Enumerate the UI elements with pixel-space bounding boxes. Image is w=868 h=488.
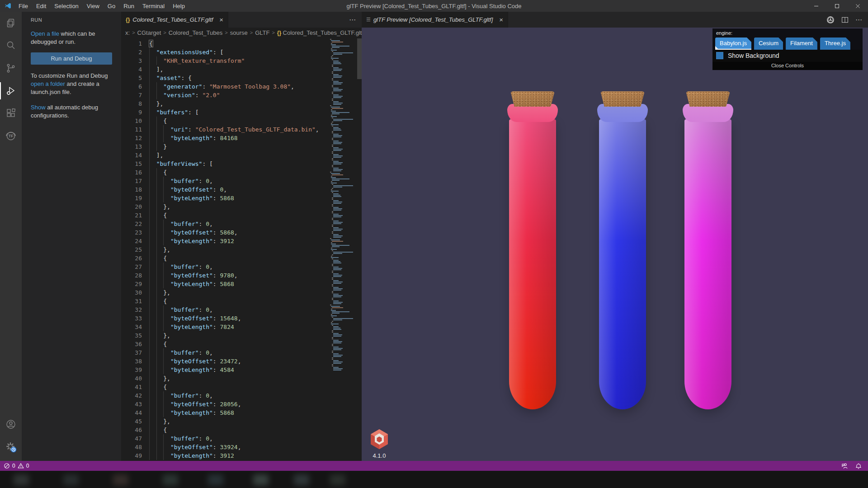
code-tab-bar: {} Colored_Test_Tubes_GLTF.gltf × ⋯ <box>121 12 362 28</box>
settings-button[interactable] <box>0 436 22 458</box>
menu-item-file[interactable]: File <box>14 3 32 9</box>
gltf-preview-canvas[interactable]: engine: Babylon.jsCesiumFilamentThree.js… <box>362 28 868 461</box>
gear-icon <box>5 441 17 453</box>
tube-body <box>684 119 731 409</box>
code-line: 5 "asset": { <box>121 74 319 82</box>
chevron-right-icon: > <box>132 30 135 35</box>
menu-item-edit[interactable]: Edit <box>32 3 50 9</box>
engine-controls-panel: engine: Babylon.jsCesiumFilamentThree.js… <box>712 28 863 70</box>
code-line: 11 "uri": "Colored_Test_Tubes_GLTF_data.… <box>121 125 319 134</box>
json-braces-icon: {} <box>126 17 130 23</box>
extensions-icon <box>5 108 16 119</box>
engine-button-cesium[interactable]: Cesium <box>754 38 783 50</box>
breadcrumb-item[interactable]: Colored_Test_Tubes <box>169 29 222 36</box>
vscode-logo-icon <box>4 2 12 10</box>
maximize-button[interactable] <box>826 0 847 12</box>
tab-gltf-preview[interactable]: ☰ glTF Preview [Colored_Test_Tubes_GLTF.… <box>362 12 508 28</box>
code-line: 15 "bufferViews": [ <box>121 160 319 168</box>
window-controls <box>806 0 868 12</box>
svg-text:TF: TF <box>9 134 14 138</box>
preview-tab-bar: ☰ glTF Preview [Colored_Test_Tubes_GLTF.… <box>362 12 868 28</box>
menu-item-terminal[interactable]: Terminal <box>138 3 169 9</box>
engine-button-babylonjs[interactable]: Babylon.js <box>715 38 751 50</box>
minimap[interactable] <box>330 39 356 371</box>
scrollbar-thumb[interactable] <box>357 38 362 79</box>
code-line: 17 "buffer": 0, <box>121 177 319 185</box>
customize-text: To customize Run and Debug open a folder… <box>31 72 112 96</box>
code-line: 3 "KHR_texture_transform" <box>121 56 319 65</box>
menu-item-selection[interactable]: Selection <box>50 3 82 9</box>
tube-neck <box>507 104 558 122</box>
code-line: 6 "generator": "Marmoset Toolbag 3.08", <box>121 82 319 91</box>
open-a-folder-link[interactable]: open a folder <box>31 80 65 87</box>
more-actions-icon[interactable]: ⋯ <box>349 16 356 24</box>
chevron-right-icon: > <box>163 30 166 35</box>
tube-body <box>599 119 646 409</box>
close-controls-button[interactable]: Close Controls <box>712 62 863 70</box>
menu-item-run[interactable]: Run <box>119 3 138 9</box>
breadcrumb-item[interactable]: GLTF <box>255 29 269 36</box>
account-icon <box>5 419 16 430</box>
close-button[interactable] <box>847 0 868 12</box>
menu-item-view[interactable]: View <box>83 3 104 9</box>
notifications-bell-icon[interactable] <box>855 463 862 469</box>
breadcrumb-item[interactable]: {} Colored_Test_Tubes_GLTF.gltf <box>277 29 362 36</box>
sidebar-item-search[interactable] <box>0 34 22 57</box>
code-line: 20 }, <box>121 202 319 211</box>
sidebar-item-extensions[interactable] <box>0 102 22 125</box>
cork <box>686 91 730 107</box>
problems-status[interactable]: 0 0 <box>0 463 29 469</box>
breadcrumb-item[interactable]: sourse <box>230 29 248 36</box>
tab-gltf-file[interactable]: {} Colored_Test_Tubes_GLTF.gltf × <box>121 12 228 28</box>
chevron-right-icon: > <box>224 30 228 35</box>
editor-group-code: {} Colored_Test_Tubes_GLTF.gltf × ⋯ x:>C… <box>121 12 362 461</box>
preview-more-actions-icon[interactable]: ⋯ <box>855 16 862 24</box>
menu-item-help[interactable]: Help <box>169 3 189 9</box>
code-line: 43 "byteOffset": 28056, <box>121 400 319 408</box>
run-intro-text: Open a file which can be debugged or run… <box>31 30 112 46</box>
feedback-icon[interactable] <box>841 463 848 469</box>
taskbar-strip <box>0 471 868 488</box>
files-icon <box>5 18 16 28</box>
engine-button-filament[interactable]: Filament <box>786 38 817 50</box>
code-line: 37 "buffer": 0, <box>121 348 319 357</box>
breadcrumb-item[interactable]: x: <box>125 29 130 36</box>
code-line: 32 "buffer": 0, <box>121 305 319 314</box>
code-line: 41 { <box>121 383 319 391</box>
test-tube-blue <box>599 91 646 409</box>
sidebar-item-gltf-tools[interactable]: TF <box>0 125 22 147</box>
engine-button-threejs[interactable]: Three.js <box>820 38 850 50</box>
tab-close-icon[interactable]: × <box>219 16 223 23</box>
minimize-button[interactable] <box>806 0 826 12</box>
show-background-checkbox[interactable] <box>716 52 723 59</box>
show-link[interactable]: Show <box>31 104 46 111</box>
chevron-right-icon: > <box>250 30 253 35</box>
cork <box>600 91 645 107</box>
accounts-button[interactable] <box>0 413 22 436</box>
show-background-label: Show Background <box>728 52 779 59</box>
code-line: 49 "byteLength": 3912 <box>121 451 319 460</box>
babylon-badge: 4.1.0 <box>368 429 391 459</box>
run-and-debug-button[interactable]: Run and Debug <box>31 52 112 65</box>
engine-buttons: Babylon.jsCesiumFilamentThree.js <box>715 38 860 50</box>
gltf-inspector-wheel-icon[interactable] <box>826 16 835 24</box>
show-background-row: Show Background <box>712 50 863 62</box>
breadcrumb-item[interactable]: CGtarget <box>137 29 161 36</box>
sidebar-item-explorer[interactable] <box>0 12 22 34</box>
open-a-file-link[interactable]: Open a file <box>31 30 59 37</box>
menu-item-go[interactable]: Go <box>104 3 119 9</box>
code-line: 19 "byteLength": 5868 <box>121 194 319 202</box>
code-editor[interactable]: 1{2 "extensionsUsed": [3 "KHR_texture_tr… <box>121 38 362 461</box>
code-content: 1{2 "extensionsUsed": [3 "KHR_texture_tr… <box>121 39 319 460</box>
preview-list-icon: ☰ <box>366 17 371 23</box>
chevron-right-icon: > <box>271 30 275 35</box>
sidebar-item-run-and-debug[interactable] <box>0 80 22 102</box>
activity-bar: TF <box>0 12 22 461</box>
sidebar-item-source-control[interactable] <box>0 57 22 80</box>
code-line: 38 "byteOffset": 23472, <box>121 357 319 366</box>
tab-label: Colored_Test_Tubes_GLTF.gltf <box>132 16 213 23</box>
preview-tab-close-icon[interactable]: × <box>499 16 503 23</box>
split-editor-icon[interactable] <box>841 16 849 23</box>
code-line: 21 { <box>121 211 319 220</box>
code-line: 40 }, <box>121 374 319 383</box>
